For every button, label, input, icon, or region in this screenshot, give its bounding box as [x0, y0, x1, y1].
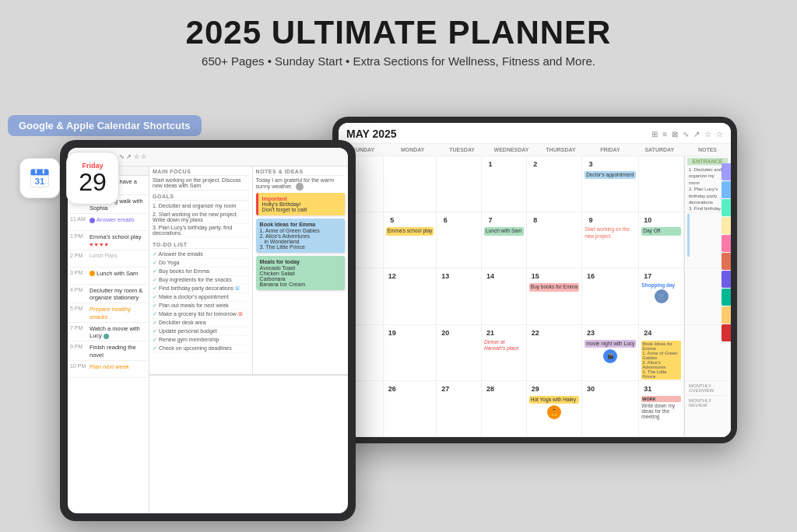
cal-cell: 20	[437, 325, 482, 381]
day-name-notes: NOTES	[684, 145, 731, 154]
day-name-thu: THURSDAY	[536, 145, 585, 154]
cal-cell	[437, 156, 482, 212]
cal-cell: 27	[437, 381, 482, 437]
todo-item: Plan out meals for next week	[153, 302, 249, 310]
goal-item: 2. Start working on the new project. Wri…	[153, 211, 249, 224]
cal-event: Doctor's appointment	[585, 171, 636, 179]
cal-cell: 17 Shopping day 🛒	[639, 268, 684, 324]
day-name-tue: TUESDAY	[437, 145, 486, 154]
time-row: 1 PM Emma's school play ♥ ♥ ♥ ♥	[68, 231, 149, 250]
cal-event: Day Off	[641, 227, 681, 235]
cal-cell: 30	[582, 381, 639, 437]
calendar-header: MAY 2025 ⊞ ≡ ⊠ ∿ ↗ ☆ ☆	[339, 123, 731, 144]
time-row: 9 PM Finish reading the novel	[68, 341, 149, 361]
time-column: Schedule 8 AM Wake up & have a breakfast…	[68, 166, 149, 513]
time-row: 3 PM Lunch with Sam	[68, 268, 149, 285]
tab-labels	[722, 163, 731, 341]
cal-cell: 3 Doctor's appointment	[582, 156, 639, 212]
time-row: 2 PM Lunch Plans	[68, 250, 149, 268]
day-name-wed: WEDNESDAY	[486, 145, 535, 154]
cal-cell: 12	[384, 268, 437, 324]
time-row: 4 PM Declutter my room & organize statio…	[68, 285, 149, 304]
cal-event: Emma's school play	[386, 227, 434, 235]
meals-sticky: Meals for today Avocado Toast Chicken Sa…	[256, 256, 345, 290]
todo-item: Find birthday party decorations ⊞	[153, 285, 249, 293]
cal-event: Write down my ideas for the meeting	[641, 403, 681, 419]
main-focus-text: Start working on the project. Discuss ne…	[153, 177, 249, 191]
shopping-icon: 🛒	[655, 289, 669, 303]
notes-col-row5: MONTHLY OVERVIEW MONTHLY REVIEW	[684, 381, 731, 437]
calendar-body: 1 2 3 Doctor's appointment ENTRANCE	[339, 156, 731, 437]
important-note: Important Holly's Birthday!Don't forget …	[256, 193, 345, 215]
calendar-days-header: SUNDAY MONDAY TUESDAY WEDNESDAY THURSDAY…	[339, 144, 731, 156]
page-header: 2025 ULTIMATE PLANNER 650+ Pages • Sunda…	[0, 0, 797, 74]
goal-item: 3. Plan Lucy's birthday party. find deco…	[153, 224, 249, 237]
cal-cell	[384, 156, 437, 212]
todo-item: Renew gym membership	[153, 336, 249, 345]
yoga-icon: 🧘	[547, 405, 561, 419]
cal-sticky: Book Ideas for Emma1. Anne of Green Gabl…	[641, 341, 681, 380]
cal-cell: 2	[527, 156, 582, 212]
todo-label: TO-DO LIST	[153, 242, 249, 249]
bottom-panel	[149, 375, 348, 513]
subtitle: 650+ Pages • Sunday Start • Extra Sectio…	[0, 54, 797, 68]
cal-cell: 8	[527, 212, 582, 268]
cal-cell: 9 Start working on the new project	[582, 212, 639, 268]
cal-cell: 22	[527, 325, 582, 381]
cal-cell: 21 Dinner at Hannah's place	[482, 325, 527, 381]
cal-cell: 5 Emma's school play	[384, 212, 437, 268]
cal-cell: 28	[482, 381, 527, 437]
todo-item: Declutter desk area	[153, 319, 249, 327]
apple-calendar-icon: Friday 29	[66, 152, 119, 205]
cal-cell: 26	[384, 381, 437, 437]
cal-cell: 1	[482, 156, 527, 212]
todo-item: Check on upcoming deadlines	[153, 345, 249, 353]
top-panels: MAIN FOCUS Start working on the project.…	[149, 166, 348, 375]
calendar-month-title: MAY 2025	[346, 128, 397, 140]
day-name-fri: FRIDAY	[585, 145, 634, 154]
day-name-mon: MONDAY	[388, 145, 437, 154]
main-title: 2025 ULTIMATE PLANNER	[0, 14, 797, 51]
cal-event: Lunch with Sam	[484, 227, 524, 235]
main-focus-label: MAIN FOCUS	[153, 169, 249, 176]
todo-item: Buy books for Emma	[153, 268, 249, 276]
cal-event: Buy books for Emma	[529, 283, 579, 291]
time-row: 7 PM Watch a movie with Lucy	[68, 323, 149, 342]
cal-event: Shopping day	[641, 282, 681, 288]
apple-cal-number: 29	[79, 170, 107, 194]
todo-item: Make a grocery list for tomorrow ⊞	[153, 310, 249, 319]
notes-text: Today I am grateful for the warm sunny w…	[256, 177, 345, 191]
time-row: 10 PM Plan next week	[68, 361, 149, 378]
cal-cell: 13	[437, 268, 482, 324]
notes-label: NOTES & IDEAS	[256, 169, 345, 176]
time-row: 5 PM Prepare healthy snacks	[68, 303, 149, 323]
todo-item: Do Yoga	[153, 259, 249, 268]
book-ideas-sticky: Book Ideas for Emma 1. Anne of Green Gab…	[256, 219, 345, 253]
day-name-sat: SATURDAY	[635, 145, 684, 154]
todo-item: Buy ingredients for the snacks	[153, 276, 249, 285]
calendar-grid: 1 2 3 Doctor's appointment ENTRANCE	[339, 156, 731, 437]
google-calendar-icon: 31	[19, 158, 60, 198]
work-badge: WORK	[641, 396, 681, 402]
cal-cell: 14	[482, 268, 527, 324]
cal-cell: 31 WORK Write down my ideas for the meet…	[639, 381, 684, 437]
cal-event: Hot Yoga with Haley	[529, 396, 579, 404]
cal-cell: 6	[437, 212, 482, 268]
cal-cell: 16	[582, 268, 639, 324]
cal-cell: 29 Hot Yoga with Haley 🧘	[527, 381, 582, 437]
cal-event: movie night with Lucy	[585, 340, 636, 348]
ipad-right: MAY 2025 ⊞ ≡ ⊠ ∿ ↗ ☆ ☆ SUNDAY MONDAY	[332, 117, 737, 443]
ipad-right-screen: MAY 2025 ⊞ ≡ ⊠ ∿ ↗ ☆ ☆ SUNDAY MONDAY	[339, 123, 731, 437]
goals-label: GOALS	[153, 194, 249, 201]
svg-rect-3	[31, 173, 49, 175]
right-panels: MAIN FOCUS Start working on the project.…	[149, 166, 348, 513]
calendar-icons-area: 31 Friday 29	[19, 152, 119, 205]
svg-text:31: 31	[35, 177, 45, 186]
todo-item: Update personal budget	[153, 327, 249, 336]
cal-cell: 23 movie night with Lucy 🎬	[582, 325, 639, 381]
cal-cell: 24 Book Ideas for Emma1. Anne of Green G…	[639, 325, 684, 381]
cal-cell: 7 Lunch with Sam	[482, 212, 527, 268]
devices-container: ◀ ▶ ⊞ ⊟ ⊠ ✦ ∿ ↗ ☆ ☆ Schedule 8 AM Wake u…	[0, 109, 797, 532]
calendar-main: 1 2 3 Doctor's appointment ENTRANCE	[339, 156, 731, 437]
calendar-toolbar: ⊞ ≡ ⊠ ∿ ↗ ☆ ☆	[651, 130, 723, 138]
